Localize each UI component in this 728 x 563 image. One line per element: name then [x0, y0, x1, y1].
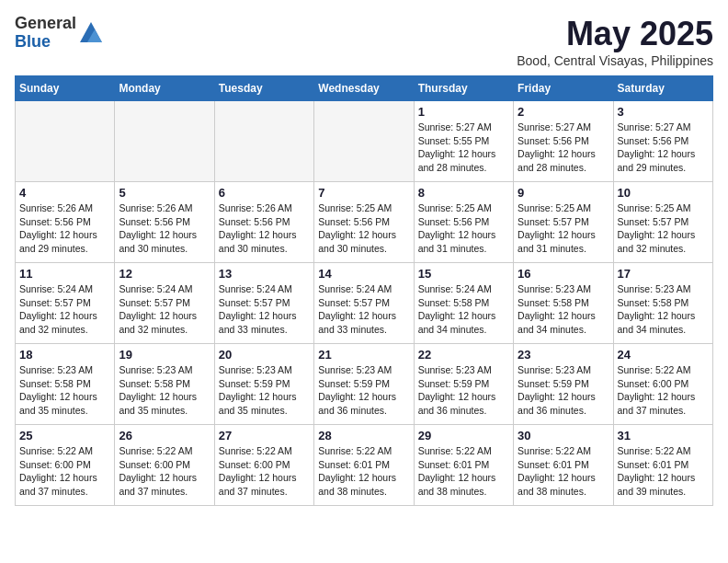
day-info: Sunrise: 5:27 AMSunset: 5:55 PMDaylight:…: [418, 121, 509, 175]
calendar-header-monday: Monday: [115, 76, 214, 101]
day-number: 8: [418, 186, 509, 200]
calendar-week-5: 25Sunrise: 5:22 AMSunset: 6:00 PMDayligh…: [16, 425, 713, 506]
calendar-cell: [314, 101, 414, 182]
day-info: Sunrise: 5:24 AMSunset: 5:57 PMDaylight:…: [318, 282, 409, 337]
day-info: Sunrise: 5:27 AMSunset: 5:56 PMDaylight:…: [518, 121, 609, 175]
day-number: 31: [618, 429, 709, 442]
day-number: 2: [518, 105, 609, 119]
day-number: 10: [618, 186, 709, 200]
day-info: Sunrise: 5:23 AMSunset: 5:59 PMDaylight:…: [219, 363, 310, 418]
day-info: Sunrise: 5:24 AMSunset: 5:57 PMDaylight:…: [219, 282, 310, 337]
calendar-header-wednesday: Wednesday: [314, 76, 414, 101]
day-info: Sunrise: 5:23 AMSunset: 5:59 PMDaylight:…: [318, 363, 409, 418]
calendar-cell: 12Sunrise: 5:24 AMSunset: 5:57 PMDayligh…: [115, 263, 214, 344]
calendar-header-tuesday: Tuesday: [214, 76, 313, 101]
calendar-cell: 21Sunrise: 5:23 AMSunset: 5:59 PMDayligh…: [314, 344, 414, 425]
title-area: May 2025 Bood, Central Visayas, Philippi…: [517, 15, 713, 68]
day-number: 12: [119, 267, 210, 281]
day-number: 9: [518, 186, 609, 200]
calendar-week-2: 4Sunrise: 5:26 AMSunset: 5:56 PMDaylight…: [16, 182, 713, 263]
day-number: 1: [418, 105, 509, 119]
calendar-cell: 4Sunrise: 5:26 AMSunset: 5:56 PMDaylight…: [16, 182, 115, 263]
calendar-cell: 11Sunrise: 5:24 AMSunset: 5:57 PMDayligh…: [16, 263, 115, 344]
calendar-week-1: 1Sunrise: 5:27 AMSunset: 5:55 PMDaylight…: [16, 101, 713, 182]
day-info: Sunrise: 5:22 AMSunset: 6:00 PMDaylight:…: [19, 444, 110, 499]
calendar-cell: 2Sunrise: 5:27 AMSunset: 5:56 PMDaylight…: [514, 101, 613, 182]
day-number: 27: [219, 429, 310, 442]
day-number: 21: [318, 348, 409, 362]
calendar-cell: 20Sunrise: 5:23 AMSunset: 5:59 PMDayligh…: [214, 344, 313, 425]
calendar-cell: 15Sunrise: 5:24 AMSunset: 5:58 PMDayligh…: [414, 263, 513, 344]
calendar-week-3: 11Sunrise: 5:24 AMSunset: 5:57 PMDayligh…: [16, 263, 713, 344]
calendar-cell: 27Sunrise: 5:22 AMSunset: 6:00 PMDayligh…: [214, 425, 313, 506]
calendar-cell: 18Sunrise: 5:23 AMSunset: 5:58 PMDayligh…: [16, 344, 115, 425]
calendar-cell: 8Sunrise: 5:25 AMSunset: 5:56 PMDaylight…: [414, 182, 513, 263]
calendar-cell: 14Sunrise: 5:24 AMSunset: 5:57 PMDayligh…: [314, 263, 414, 344]
day-number: 30: [518, 429, 609, 442]
day-info: Sunrise: 5:23 AMSunset: 5:58 PMDaylight:…: [119, 363, 210, 418]
day-info: Sunrise: 5:22 AMSunset: 6:00 PMDaylight:…: [219, 444, 310, 499]
day-number: 26: [119, 429, 210, 442]
day-info: Sunrise: 5:22 AMSunset: 6:01 PMDaylight:…: [618, 444, 709, 499]
day-info: Sunrise: 5:24 AMSunset: 5:57 PMDaylight:…: [19, 282, 110, 337]
day-number: 11: [19, 267, 110, 281]
day-number: 16: [518, 267, 609, 281]
calendar-cell: [115, 101, 214, 182]
day-number: 20: [219, 348, 310, 362]
calendar-cell: 25Sunrise: 5:22 AMSunset: 6:00 PMDayligh…: [16, 425, 115, 506]
day-info: Sunrise: 5:25 AMSunset: 5:57 PMDaylight:…: [618, 201, 709, 256]
logo-general-text: General: [15, 15, 76, 33]
calendar-cell: 5Sunrise: 5:26 AMSunset: 5:56 PMDaylight…: [115, 182, 214, 263]
day-info: Sunrise: 5:25 AMSunset: 5:56 PMDaylight:…: [418, 201, 509, 256]
day-info: Sunrise: 5:22 AMSunset: 6:01 PMDaylight:…: [518, 444, 609, 499]
day-info: Sunrise: 5:26 AMSunset: 5:56 PMDaylight:…: [19, 201, 110, 256]
calendar-cell: 28Sunrise: 5:22 AMSunset: 6:01 PMDayligh…: [314, 425, 414, 506]
calendar-header-row: SundayMondayTuesdayWednesdayThursdayFrid…: [16, 76, 713, 101]
logo-icon: [78, 20, 104, 46]
calendar-header-saturday: Saturday: [613, 76, 712, 101]
calendar-cell: 22Sunrise: 5:23 AMSunset: 5:59 PMDayligh…: [414, 344, 513, 425]
day-info: Sunrise: 5:26 AMSunset: 5:56 PMDaylight:…: [119, 201, 210, 256]
day-number: 17: [618, 267, 709, 281]
day-number: 19: [119, 348, 210, 362]
day-info: Sunrise: 5:23 AMSunset: 5:58 PMDaylight:…: [19, 363, 110, 418]
day-number: 5: [119, 186, 210, 200]
day-number: 25: [19, 429, 110, 442]
day-info: Sunrise: 5:27 AMSunset: 5:56 PMDaylight:…: [618, 121, 709, 175]
day-number: 7: [318, 186, 409, 200]
day-number: 24: [618, 348, 709, 362]
calendar-cell: 9Sunrise: 5:25 AMSunset: 5:57 PMDaylight…: [514, 182, 613, 263]
day-info: Sunrise: 5:24 AMSunset: 5:57 PMDaylight:…: [119, 282, 210, 337]
day-info: Sunrise: 5:22 AMSunset: 6:00 PMDaylight:…: [119, 444, 210, 499]
day-number: 4: [19, 186, 110, 200]
day-info: Sunrise: 5:23 AMSunset: 5:59 PMDaylight:…: [418, 363, 509, 418]
calendar-week-4: 18Sunrise: 5:23 AMSunset: 5:58 PMDayligh…: [16, 344, 713, 425]
calendar-header-friday: Friday: [514, 76, 613, 101]
calendar-cell: 26Sunrise: 5:22 AMSunset: 6:00 PMDayligh…: [115, 425, 214, 506]
calendar-cell: 31Sunrise: 5:22 AMSunset: 6:01 PMDayligh…: [613, 425, 712, 506]
day-info: Sunrise: 5:24 AMSunset: 5:58 PMDaylight:…: [418, 282, 509, 337]
day-number: 22: [418, 348, 509, 362]
day-number: 3: [618, 105, 709, 119]
day-number: 13: [219, 267, 310, 281]
logo-text: General Blue: [15, 15, 76, 52]
calendar-header-thursday: Thursday: [414, 76, 513, 101]
calendar-cell: 6Sunrise: 5:26 AMSunset: 5:56 PMDaylight…: [214, 182, 313, 263]
calendar-cell: 1Sunrise: 5:27 AMSunset: 5:55 PMDaylight…: [414, 101, 513, 182]
calendar-cell: 19Sunrise: 5:23 AMSunset: 5:58 PMDayligh…: [115, 344, 214, 425]
calendar-cell: 29Sunrise: 5:22 AMSunset: 6:01 PMDayligh…: [414, 425, 513, 506]
calendar-cell: 16Sunrise: 5:23 AMSunset: 5:58 PMDayligh…: [514, 263, 613, 344]
calendar-cell: 23Sunrise: 5:23 AMSunset: 5:59 PMDayligh…: [514, 344, 613, 425]
day-number: 14: [318, 267, 409, 281]
day-number: 15: [418, 267, 509, 281]
day-number: 29: [418, 429, 509, 442]
day-number: 6: [219, 186, 310, 200]
calendar-cell: 7Sunrise: 5:25 AMSunset: 5:56 PMDaylight…: [314, 182, 414, 263]
calendar-cell: [16, 101, 115, 182]
day-info: Sunrise: 5:23 AMSunset: 5:58 PMDaylight:…: [618, 282, 709, 337]
day-info: Sunrise: 5:23 AMSunset: 5:58 PMDaylight:…: [518, 282, 609, 337]
calendar-cell: 30Sunrise: 5:22 AMSunset: 6:01 PMDayligh…: [514, 425, 613, 506]
month-title: May 2025: [517, 15, 713, 53]
logo-blue-text: Blue: [15, 33, 76, 52]
day-info: Sunrise: 5:22 AMSunset: 6:01 PMDaylight:…: [318, 444, 409, 499]
